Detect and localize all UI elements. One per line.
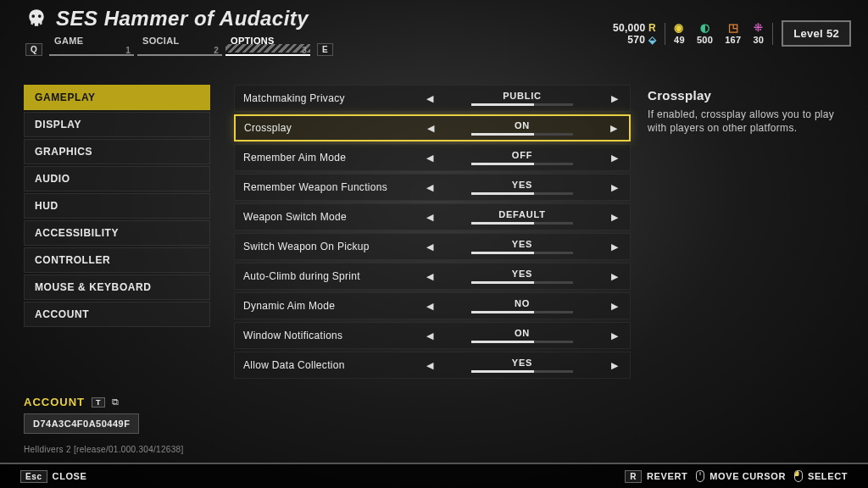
arrow-right-icon[interactable]: ▶ xyxy=(608,330,621,341)
setting-label: Auto-Climb during Sprint xyxy=(243,270,423,282)
arrow-left-icon[interactable]: ◀ xyxy=(423,152,437,164)
setting-label: Dynamic Aim Mode xyxy=(243,300,423,312)
arrow-left-icon[interactable]: ◀ xyxy=(424,123,437,134)
setting-window-notifications[interactable]: Window Notifications◀ON▶ xyxy=(234,322,631,349)
setting-switch-weapon-on-pickup[interactable]: Switch Weapon On Pickup◀YES▶ xyxy=(234,233,631,260)
footer-bar: Esc CLOSE R REVERT MOVE CURSOR SELECT xyxy=(0,463,868,488)
setting-allow-data-collection[interactable]: Allow Data Collection◀YES▶ xyxy=(234,352,631,379)
divider xyxy=(772,23,773,45)
category-controller[interactable]: CONTROLLER xyxy=(24,247,210,273)
category-mouse-keyboard[interactable]: MOUSE & KEYBOARD xyxy=(24,274,210,300)
arrow-right-icon[interactable]: ▶ xyxy=(608,301,621,312)
setting-value: ON xyxy=(515,120,530,130)
select-hint: SELECT xyxy=(794,470,848,482)
arrow-right-icon[interactable]: ▶ xyxy=(608,360,621,371)
setting-value: ON xyxy=(515,328,530,338)
arrow-right-icon[interactable]: ▶ xyxy=(608,93,621,104)
description-text: If enabled, crossplay allows you to play… xyxy=(648,108,846,135)
r-key-icon: R xyxy=(625,470,642,483)
ship-title: SES Hammer of Audacity xyxy=(56,7,309,30)
setting-label: Allow Data Collection xyxy=(243,359,423,371)
setting-label: Remember Weapon Functions xyxy=(243,181,423,193)
setting-label: Switch Weapon On Pickup xyxy=(243,241,423,252)
category-graphics[interactable]: GRAPHICS xyxy=(24,139,210,164)
top-tab-social[interactable]: SOCIAL2 xyxy=(137,34,222,56)
arrow-left-icon[interactable]: ◀ xyxy=(423,93,437,104)
level-badge: Level 52 xyxy=(782,20,851,47)
category-gameplay[interactable]: GAMEPLAY xyxy=(24,85,210,110)
supercredits-icon: ⬙ xyxy=(648,34,656,46)
setting-remember-weapon-functions[interactable]: Remember Weapon Functions◀YES▶ xyxy=(234,174,631,201)
arrow-right-icon[interactable]: ▶ xyxy=(608,152,621,164)
divider xyxy=(665,23,665,45)
next-tab-key: E xyxy=(317,43,333,56)
resource-medals: ◉49 xyxy=(674,23,685,45)
account-id[interactable]: D74A3C4F0A50449F xyxy=(24,413,139,434)
account-label: ACCOUNT xyxy=(24,396,85,408)
resource-bar: 50,000 R 570 ⬙ ◉49◐500◳167⁜30 Level 52 xyxy=(613,20,851,47)
resource-rare: ◳167 xyxy=(725,23,741,45)
top-tab-options[interactable]: OPTIONS3 xyxy=(225,34,310,56)
arrow-left-icon[interactable]: ◀ xyxy=(423,301,437,312)
setting-value: YES xyxy=(512,180,532,190)
value-bar xyxy=(471,311,573,313)
category-hud[interactable]: HUD xyxy=(24,193,210,219)
setting-label: Crossplay xyxy=(244,122,424,134)
account-key-hint: T xyxy=(92,397,105,408)
setting-value: DEFAULT xyxy=(498,209,546,219)
close-button[interactable]: Esc CLOSE xyxy=(20,470,87,483)
setting-value: YES xyxy=(512,358,532,368)
category-accessibility[interactable]: ACCESSIBILITY xyxy=(24,220,210,246)
value-bar xyxy=(471,222,573,225)
arrow-right-icon[interactable]: ▶ xyxy=(608,182,621,193)
category-audio[interactable]: AUDIO xyxy=(24,166,210,191)
arrow-right-icon[interactable]: ▶ xyxy=(608,212,621,223)
value-bar xyxy=(471,341,573,343)
top-tab-game[interactable]: GAME1 xyxy=(49,34,134,56)
arrow-left-icon[interactable]: ◀ xyxy=(423,241,437,252)
setting-value: OFF xyxy=(512,150,532,160)
setting-value: YES xyxy=(512,239,532,249)
mouse-icon xyxy=(696,470,704,482)
setting-matchmaking-privacy[interactable]: Matchmaking Privacy◀PUBLIC▶ xyxy=(234,85,631,112)
arrow-right-icon[interactable]: ▶ xyxy=(607,123,620,134)
arrow-left-icon[interactable]: ◀ xyxy=(423,330,437,341)
arrow-right-icon[interactable]: ▶ xyxy=(608,241,621,252)
setting-remember-aim-mode[interactable]: Remember Aim Mode◀OFF▶ xyxy=(234,144,631,171)
move-cursor-hint: MOVE CURSOR xyxy=(696,470,786,482)
setting-crossplay[interactable]: Crossplay◀ON▶ xyxy=(234,114,631,141)
category-display[interactable]: DISPLAY xyxy=(24,112,210,137)
value-bar xyxy=(471,133,573,136)
description-panel: Crossplay If enabled, crossplay allows y… xyxy=(648,88,846,135)
arrow-right-icon[interactable]: ▶ xyxy=(608,271,621,282)
build-info: Helldivers 2 [release/01.000.304/12638] xyxy=(24,445,184,454)
setting-label: Weapon Switch Mode xyxy=(243,211,423,223)
description-title: Crossplay xyxy=(648,88,846,103)
setting-value: PUBLIC xyxy=(503,91,542,101)
prev-tab-key: Q xyxy=(25,43,42,56)
value-bar xyxy=(471,192,573,195)
arrow-left-icon[interactable]: ◀ xyxy=(423,212,437,223)
setting-weapon-switch-mode[interactable]: Weapon Switch Mode◀DEFAULT▶ xyxy=(234,203,631,230)
setting-dynamic-aim-mode[interactable]: Dynamic Aim Mode◀NO▶ xyxy=(234,292,631,319)
account-block: ACCOUNT T ⧉ D74A3C4F0A50449F xyxy=(24,396,139,434)
copy-icon[interactable]: ⧉ xyxy=(112,396,119,408)
skull-icon xyxy=(25,8,47,30)
arrow-left-icon[interactable]: ◀ xyxy=(423,271,437,282)
setting-auto-climb-during-sprint[interactable]: Auto-Climb during Sprint◀YES▶ xyxy=(234,263,631,290)
value-bar xyxy=(471,252,573,254)
setting-label: Matchmaking Privacy xyxy=(243,92,423,104)
settings-panel: Matchmaking Privacy◀PUBLIC▶Crossplay◀ON▶… xyxy=(234,85,631,379)
resource-super: ⁜30 xyxy=(753,23,764,45)
arrow-left-icon[interactable]: ◀ xyxy=(423,360,437,371)
mouse-left-icon xyxy=(794,470,803,482)
revert-button[interactable]: R REVERT xyxy=(625,470,687,483)
requisition-icon: R xyxy=(648,22,656,34)
arrow-left-icon[interactable]: ◀ xyxy=(423,182,437,193)
value-bar xyxy=(471,163,573,165)
resource-common: ◐500 xyxy=(697,23,713,45)
category-account[interactable]: ACCOUNT xyxy=(24,302,210,327)
value-bar xyxy=(471,103,573,106)
setting-value: YES xyxy=(512,269,532,279)
setting-value: NO xyxy=(515,298,530,308)
